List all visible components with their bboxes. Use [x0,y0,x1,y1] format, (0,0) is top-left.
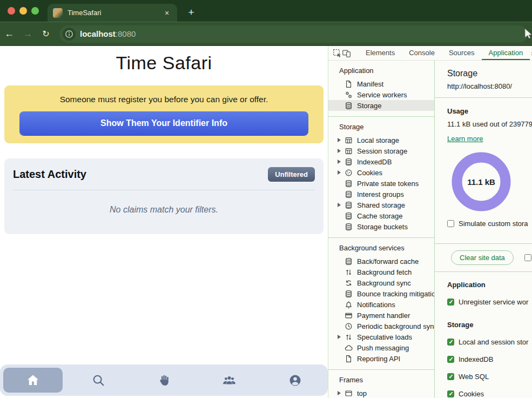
window-controls [8,7,39,15]
clear-site-data-button[interactable]: Clear site data [451,250,514,265]
nav-contacts[interactable] [197,373,262,388]
sidebar-item-speculative-loads[interactable]: Speculative loads [328,331,434,342]
unregister-checkbox[interactable] [447,298,454,306]
simulate-storage-row[interactable]: Simulate custom stora [447,220,532,228]
usage-donut-chart: 11.1 kB [450,150,513,213]
clock-icon [345,322,353,330]
sidebar-item-shared-storage[interactable]: Shared storage [328,200,434,210]
including-row[interactable]: in [524,254,532,262]
zoom-window-button[interactable] [31,7,39,15]
sidebar-item-background-sync[interactable]: Background sync [328,277,434,288]
sidebar-item-cookies[interactable]: Cookies [328,167,434,178]
expander-icon[interactable] [338,160,345,164]
sidebar-item-session-storage[interactable]: Session storage [328,145,434,156]
alert-message: Someone must register you before you can… [12,95,316,104]
new-tab-button[interactable]: + [184,5,199,20]
web-sql-checkbox[interactable] [447,373,454,380]
nav-projects[interactable] [131,374,197,387]
people-icon [222,373,237,388]
devtools-panel: Elements Console Sources Application » A… [328,46,532,398]
payment-card-icon [345,311,353,320]
device-toolbar-icon[interactable] [342,49,351,58]
expander-icon[interactable] [338,335,345,339]
table-icon [345,136,353,144]
sidebar-item-private-state-tokens[interactable]: Private state tokens [328,178,434,189]
sidebar-item-storage-buckets[interactable]: Storage buckets [328,221,434,232]
address-bar[interactable]: localhost:8080 [59,25,528,43]
sidebar-item-reporting-api[interactable]: Reporting API [328,353,434,364]
web-sql-row[interactable]: Web SQL [447,373,532,381]
cookies-row[interactable]: Cookies [447,390,532,398]
sidebar-item-payment-handler[interactable]: Payment handler [328,310,434,321]
expander-icon[interactable] [338,391,345,395]
sidebar-section-frames: Frames top [328,370,434,398]
unfiltered-button[interactable]: Unfiltered [268,167,315,182]
browser-tab[interactable]: TimeSafari × [48,4,177,22]
sidebar-item-indexeddb[interactable]: IndexedDB [328,156,434,167]
sidebar-item-local-storage[interactable]: Local storage [328,135,434,145]
database-icon [345,180,353,188]
show-identifier-button[interactable]: Show Them Your Identifier Info [19,111,308,135]
sidebar-item-service-workers[interactable]: Service workers [328,89,434,100]
tab-sources[interactable]: Sources [442,46,482,61]
learn-more-link[interactable]: Learn more [447,135,483,143]
simulate-checkbox[interactable] [447,220,454,227]
sidebar-item-manifest[interactable]: Manifest [328,78,434,89]
indexeddb-row[interactable]: IndexedDB [447,355,532,363]
inspect-element-icon[interactable] [333,49,342,58]
database-icon [345,212,353,220]
gears-icon [345,91,353,99]
back-button[interactable]: ← [0,28,18,39]
person-icon [288,374,302,387]
reload-button[interactable]: ↻ [37,29,55,39]
sidebar-item-periodic-background-sync[interactable]: Periodic background sync [328,321,434,331]
sidebar-item-storage[interactable]: Storage [328,100,434,111]
database-icon [345,158,353,166]
expander-icon[interactable] [338,149,345,153]
sidebar-item-push-messaging[interactable]: Push messaging [328,342,434,353]
mouse-cursor [524,29,532,38]
database-icon [345,223,353,231]
expander-icon[interactable] [338,138,345,142]
nav-home[interactable] [0,368,65,393]
home-icon [26,373,40,387]
forward-button[interactable]: → [18,28,37,39]
sidebar-item-interest-groups[interactable]: Interest groups [328,189,434,200]
including-checkbox[interactable] [524,254,531,261]
sidebar-item-cache-storage[interactable]: Cache storage [328,210,434,221]
expander-icon[interactable] [338,170,345,175]
local-session-checkbox[interactable] [447,339,454,346]
tab-favicon [53,8,63,18]
sync-icon [345,279,353,287]
cloud-icon [345,344,353,352]
sidebar-item-top-frame[interactable]: top [328,388,434,398]
site-info-icon[interactable] [63,28,76,41]
close-window-button[interactable] [8,7,15,15]
document-icon [345,355,353,363]
browser-tab-bar: TimeSafari × + [0,0,532,22]
tab-close-icon[interactable]: × [162,9,172,17]
origin-url: http://localhost:8080/ [447,82,532,90]
local-session-storage-row[interactable]: Local and session stor [447,338,532,346]
frame-icon [345,389,353,397]
expander-icon[interactable] [338,203,345,207]
nav-profile[interactable] [262,374,328,387]
minimize-window-button[interactable] [19,7,27,15]
unregister-service-workers-row[interactable]: Unregister service wor [447,298,532,306]
nav-home-active-pill[interactable] [3,368,63,393]
tab-application[interactable]: Application [482,46,530,61]
tab-elements[interactable]: Elements [359,46,402,61]
up-down-arrows-icon [345,333,353,341]
usage-text: 11.1 kB used out of 239779 [447,120,532,128]
sidebar-item-bounce-tracking-mitigations[interactable]: Bounce tracking mitigation [328,288,434,299]
storage-pane: Storage http://localhost:8080/ Usage 11.… [435,61,532,398]
sidebar-item-notifications[interactable]: Notifications [328,299,434,310]
empty-claims-message: No claims match your filters. [13,205,315,215]
sidebar-item-background-fetch[interactable]: Background fetch [328,267,434,277]
url-text[interactable]: localhost:8080 [80,29,136,38]
tab-console[interactable]: Console [402,46,442,61]
indexeddb-checkbox[interactable] [447,356,454,363]
sidebar-item-back-forward-cache[interactable]: Back/forward cache [328,256,434,267]
nav-search[interactable] [65,374,131,387]
cookies-checkbox[interactable] [447,390,454,397]
